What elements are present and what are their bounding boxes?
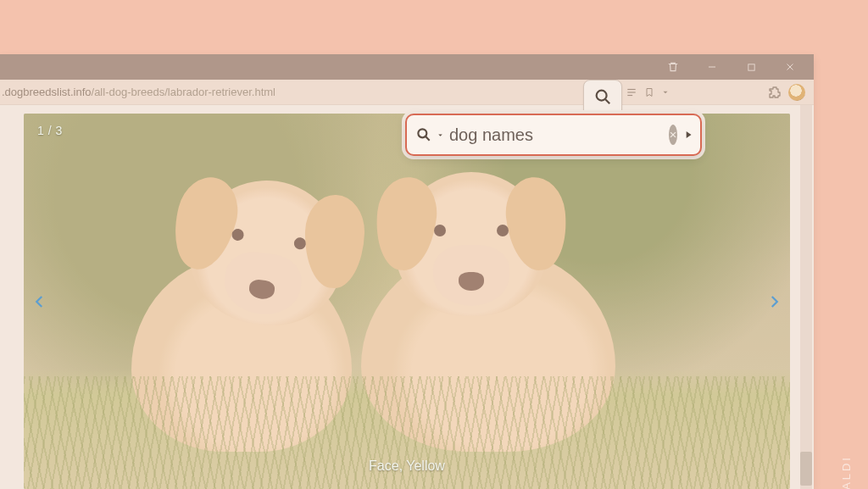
search-engine-chevron-icon[interactable] — [437, 131, 444, 139]
address-bar-icons — [626, 84, 805, 101]
page-content: 1 / 3 — [0, 105, 814, 489]
carousel-counter: 1 / 3 — [37, 124, 63, 137]
hero-image: 1 / 3 — [24, 114, 790, 489]
url-host: .dogbreedslist.info — [2, 86, 92, 98]
carousel-prev-button[interactable] — [29, 285, 51, 319]
carousel-next-button[interactable] — [763, 285, 785, 319]
scrollbar-thumb[interactable] — [800, 452, 812, 486]
hero-puppy-left — [131, 257, 352, 452]
svg-line-10 — [426, 136, 430, 141]
search-popup — [405, 114, 702, 156]
profile-avatar[interactable] — [788, 84, 805, 101]
search-input[interactable] — [449, 125, 664, 145]
clear-search-icon[interactable] — [669, 125, 677, 145]
scrollbar-track[interactable] — [800, 105, 812, 489]
address-bar[interactable]: .dogbreedslist.info/all-dog-breeds/labra… — [0, 80, 814, 105]
extensions-icon[interactable] — [768, 86, 782, 99]
close-icon[interactable] — [778, 57, 802, 77]
vivaldi-watermark: © VIVALDI — [840, 455, 853, 489]
search-go-icon[interactable] — [682, 125, 694, 145]
search-engine-icon[interactable] — [415, 126, 434, 143]
trash-icon[interactable] — [661, 57, 685, 77]
url-display[interactable]: .dogbreedslist.info/all-dog-breeds/labra… — [2, 86, 620, 98]
svg-point-9 — [418, 129, 426, 137]
svg-rect-1 — [748, 64, 754, 69]
chevron-down-icon[interactable] — [661, 88, 670, 97]
hero-caption: Face, Yellow — [369, 458, 445, 474]
hero-puppy-right — [361, 248, 615, 452]
url-path: /all-dog-breeds/labrador-retriever.html — [92, 86, 275, 98]
maximize-icon[interactable] — [739, 57, 763, 77]
search-toolbar-button[interactable] — [583, 80, 622, 114]
titlebar — [0, 54, 814, 80]
reader-view-icon[interactable] — [626, 86, 637, 98]
svg-line-8 — [605, 99, 609, 103]
bookmark-icon[interactable] — [644, 86, 654, 98]
svg-point-7 — [597, 91, 607, 101]
minimize-icon[interactable] — [700, 57, 724, 77]
